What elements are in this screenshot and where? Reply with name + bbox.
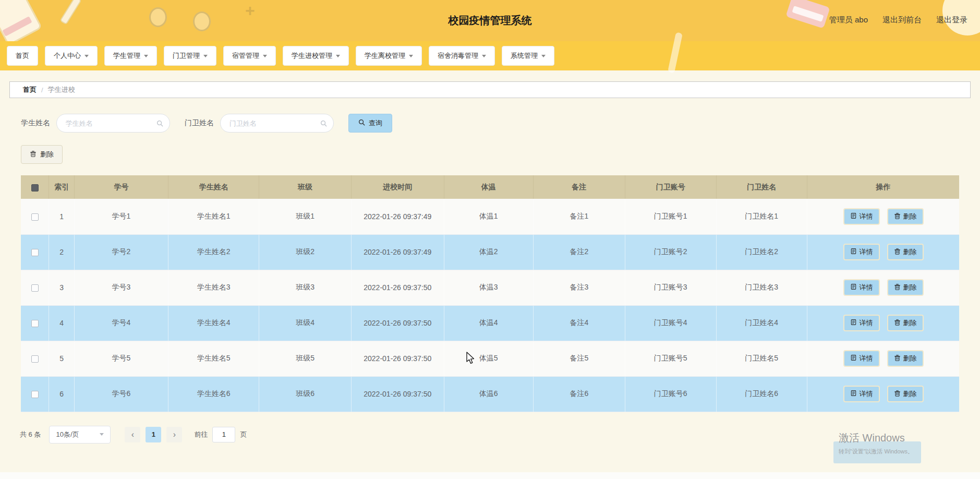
document-icon bbox=[850, 354, 857, 363]
row-checkbox[interactable] bbox=[31, 391, 39, 398]
row-checkbox[interactable] bbox=[31, 249, 39, 256]
nav-item-label: 首页 bbox=[16, 51, 29, 61]
row-delete-button[interactable]: 删除 bbox=[887, 350, 924, 367]
row-checkbox[interactable] bbox=[31, 284, 39, 292]
cell-guard_account: 门卫账号5 bbox=[625, 341, 717, 376]
breadcrumb: 首页 / 学生进校 bbox=[9, 81, 971, 98]
page-size-select[interactable]: 10条/页 bbox=[49, 426, 111, 444]
breadcrumb-current: 学生进校 bbox=[48, 85, 75, 94]
detail-button[interactable]: 详情 bbox=[843, 208, 880, 225]
nav-item-label: 学生离校管理 bbox=[365, 51, 405, 61]
filter-row: 学生姓名 门卫姓名 查询 bbox=[21, 114, 980, 133]
goto-page-input[interactable] bbox=[212, 427, 235, 442]
row-checkbox[interactable] bbox=[31, 320, 39, 327]
mouse-cursor bbox=[466, 352, 476, 367]
row-delete-button[interactable]: 删除 bbox=[887, 244, 924, 260]
row-checkbox[interactable] bbox=[31, 355, 39, 363]
row-delete-button[interactable]: 删除 bbox=[887, 208, 924, 225]
detail-button[interactable]: 详情 bbox=[843, 244, 880, 260]
page-number-1[interactable]: 1 bbox=[146, 427, 161, 442]
detail-button-label: 详情 bbox=[860, 389, 873, 399]
nav-item-4[interactable]: 宿管管理 bbox=[223, 46, 276, 66]
cell-student_name: 学生姓名3 bbox=[168, 270, 259, 305]
student-name-input[interactable] bbox=[56, 114, 170, 133]
chevron-down-icon bbox=[144, 55, 148, 57]
breadcrumb-home[interactable]: 首页 bbox=[23, 85, 37, 94]
cell-temperature: 体温4 bbox=[444, 305, 533, 341]
cell-actions: 详情删除 bbox=[807, 270, 960, 305]
batch-delete-label: 删除 bbox=[40, 150, 54, 159]
cell-guard_account: 门卫账号2 bbox=[625, 234, 717, 270]
table-row: 3学号3学生姓名3班级32022-01-26 09:37:50体温3备注3门卫账… bbox=[21, 270, 959, 305]
document-icon bbox=[850, 319, 857, 327]
document-icon bbox=[850, 390, 857, 398]
detail-button-label: 详情 bbox=[860, 212, 873, 221]
cell-index: 1 bbox=[49, 199, 75, 234]
prev-page-button[interactable]: ‹ bbox=[125, 427, 140, 442]
column-header: 索引 bbox=[49, 175, 75, 199]
cell-student_name: 学生姓名4 bbox=[168, 305, 259, 341]
cell-student_id: 学号4 bbox=[75, 305, 168, 341]
nav-item-2[interactable]: 学生管理 bbox=[104, 46, 157, 66]
app-header: 校园疫情管理系统 管理员 abo 退出到前台 退出登录 bbox=[0, 0, 980, 41]
cell-remark: 备注2 bbox=[533, 234, 625, 270]
select-all-checkbox[interactable] bbox=[31, 184, 39, 191]
cell-student_id: 学号2 bbox=[75, 234, 168, 270]
next-page-button[interactable]: › bbox=[166, 427, 182, 442]
document-icon bbox=[850, 283, 857, 292]
cell-entry_time: 2022-01-26 09:37:49 bbox=[351, 199, 444, 234]
table-row: 5学号5学生姓名5班级52022-01-26 09:37:50体温5备注5门卫账… bbox=[21, 341, 959, 376]
goto-label: 前往 bbox=[194, 430, 208, 439]
cell-guard_account: 门卫账号4 bbox=[625, 305, 717, 341]
logout-link[interactable]: 退出登录 bbox=[936, 15, 967, 25]
cell-class_name: 班级5 bbox=[259, 341, 351, 376]
nav-item-3[interactable]: 门卫管理 bbox=[164, 46, 216, 66]
cell-actions: 详情删除 bbox=[807, 341, 960, 376]
page-size-value: 10条/页 bbox=[56, 430, 79, 439]
column-header: 操作 bbox=[807, 175, 960, 199]
cell-guard_name: 门卫姓名4 bbox=[716, 305, 807, 341]
row-delete-button[interactable]: 删除 bbox=[887, 386, 924, 402]
nav-item-5[interactable]: 学生进校管理 bbox=[283, 46, 349, 66]
toolbar-row: 删除 bbox=[21, 145, 980, 164]
exit-front-link[interactable]: 退出到前台 bbox=[882, 15, 922, 25]
windows-watermark: 激活 Windows 转到“设置”以激活 Windows。 bbox=[839, 431, 913, 456]
cell-index: 6 bbox=[49, 376, 75, 412]
table-row: 6学号6学生姓名6班级62022-01-26 09:37:50体温6备注6门卫账… bbox=[21, 376, 959, 412]
document-icon bbox=[850, 212, 857, 221]
table-row: 4学号4学生姓名4班级42022-01-26 09:37:50体温4备注4门卫账… bbox=[21, 305, 959, 341]
chevron-down-icon bbox=[263, 55, 267, 57]
detail-button[interactable]: 详情 bbox=[843, 279, 880, 296]
chevron-down-icon bbox=[203, 55, 208, 57]
trash-icon bbox=[30, 150, 37, 159]
cell-temperature: 体温1 bbox=[444, 199, 533, 234]
cell-entry_time: 2022-01-26 09:37:50 bbox=[351, 305, 444, 341]
detail-button-label: 详情 bbox=[860, 318, 873, 328]
cell-index: 3 bbox=[49, 270, 75, 305]
detail-button[interactable]: 详情 bbox=[843, 315, 880, 331]
row-delete-button[interactable]: 删除 bbox=[887, 279, 924, 296]
nav-item-1[interactable]: 个人中心 bbox=[45, 46, 98, 66]
query-button[interactable]: 查询 bbox=[348, 114, 392, 133]
search-icon bbox=[320, 119, 327, 129]
detail-button[interactable]: 详情 bbox=[843, 386, 880, 402]
main-nav: 首页个人中心学生管理门卫管理宿管管理学生进校管理学生离校管理宿舍消毒管理系统管理 bbox=[0, 41, 980, 70]
trash-icon bbox=[894, 248, 901, 256]
cell-guard_name: 门卫姓名6 bbox=[716, 376, 807, 412]
trash-icon bbox=[894, 390, 901, 398]
nav-item-0[interactable]: 首页 bbox=[7, 46, 38, 66]
nav-item-8[interactable]: 系统管理 bbox=[502, 46, 554, 66]
row-delete-button[interactable]: 删除 bbox=[887, 315, 924, 331]
column-header: 体温 bbox=[444, 175, 533, 199]
row-checkbox[interactable] bbox=[31, 213, 39, 221]
select-all-cell bbox=[21, 175, 49, 199]
cell-temperature: 体温5 bbox=[444, 341, 533, 376]
nav-item-7[interactable]: 宿舍消毒管理 bbox=[429, 46, 495, 66]
chevron-down-icon bbox=[409, 55, 413, 57]
guard-name-input[interactable] bbox=[220, 114, 334, 133]
nav-item-6[interactable]: 学生离校管理 bbox=[356, 46, 422, 66]
column-header: 门卫账号 bbox=[625, 175, 717, 199]
detail-button[interactable]: 详情 bbox=[843, 350, 880, 367]
cell-class_name: 班级6 bbox=[259, 376, 351, 412]
batch-delete-button[interactable]: 删除 bbox=[21, 145, 63, 164]
